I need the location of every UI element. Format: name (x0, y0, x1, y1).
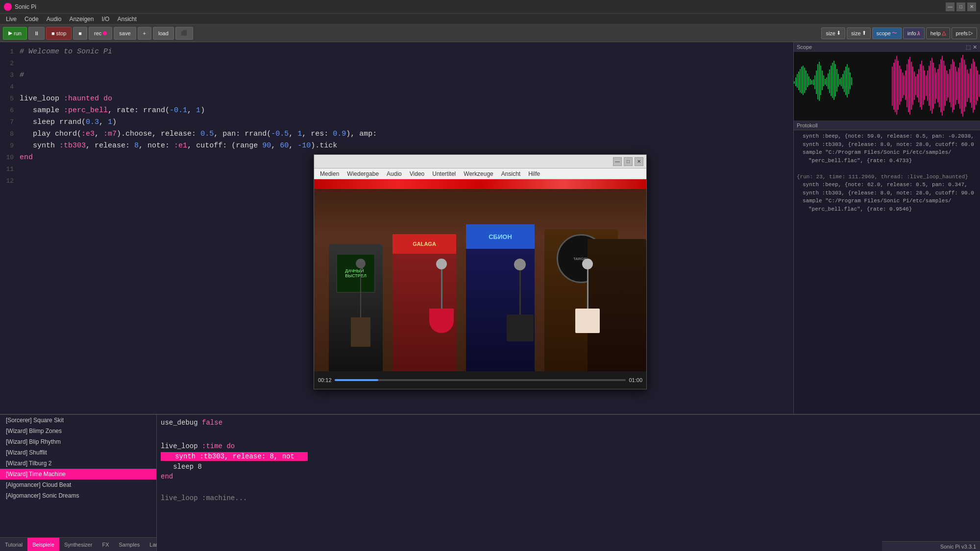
video-menu-video[interactable]: Video (406, 169, 428, 178)
svg-rect-83 (955, 67, 956, 105)
video-progress-fill (335, 379, 378, 381)
svg-rect-77 (946, 71, 947, 101)
video-progress-bar[interactable] (335, 379, 626, 381)
size-down-button[interactable]: size ⬇ (821, 27, 845, 39)
minimize-button[interactable]: — (946, 2, 955, 11)
scope-label: scope (877, 30, 891, 36)
video-total-time: 01:00 (629, 377, 642, 383)
tab-tutorial[interactable]: Tutorial (0, 538, 27, 551)
menu-code[interactable]: Code (21, 15, 43, 24)
svg-rect-28 (835, 64, 836, 96)
code-line-2: 2 (0, 58, 793, 70)
video-menu-audio[interactable]: Audio (383, 169, 406, 178)
stop-icon: ■ (51, 30, 55, 36)
video-menu-werkzeuge[interactable]: Werkzeuge (460, 169, 497, 178)
tab-fx[interactable]: FX (97, 538, 114, 551)
example-sorcerer-square-skit[interactable]: [Sorcerer] Square Skit (0, 415, 156, 426)
rec-label: rec (94, 30, 101, 36)
scope-button[interactable]: scope 〜 (872, 27, 902, 39)
svg-rect-9 (807, 73, 808, 87)
scope-close-button[interactable]: ✕ (973, 44, 977, 50)
svg-rect-1 (795, 77, 796, 86)
svg-rect-24 (829, 70, 830, 93)
code-line-7: 7 sleep rrand(0.3, 1) (0, 117, 793, 128)
video-window-controls: — □ ✕ (613, 157, 643, 166)
video-menu-ansicht[interactable]: Ansicht (497, 169, 524, 178)
svg-rect-81 (952, 59, 953, 112)
save-button[interactable]: save (114, 27, 136, 40)
code-end: end (161, 473, 976, 480)
example-algomancer-cloud-beat[interactable]: [Algomancer] Cloud Beat (0, 479, 156, 490)
menu-audio[interactable]: Audio (43, 15, 66, 24)
video-menu-medien[interactable]: Medien (316, 169, 343, 178)
svg-rect-75 (943, 61, 944, 111)
svg-rect-22 (826, 77, 827, 86)
size-up-button[interactable]: size ⬆ (847, 27, 871, 39)
log-line-2: synth :tb303, {release: 8.0, note: 28.0,… (803, 141, 977, 149)
svg-rect-85 (958, 68, 959, 104)
example-algomancer-sonic-dreams[interactable]: [Algomancer] Sonic Dreams (0, 490, 156, 501)
video-menu-wiedergabe[interactable]: Wiedergabe (343, 169, 383, 178)
svg-rect-7 (804, 68, 805, 93)
example-wizard-blimp-zones[interactable]: [Wizard] Blimp Zones (0, 426, 156, 436)
scope-canvas (794, 52, 980, 120)
video-maximize-button[interactable]: □ (624, 157, 633, 166)
bottom-area: [Sorcerer] Square Skit [Wizard] Blimp Zo… (0, 414, 980, 551)
log-line-1: synth :beep, {note: 59.0, release: 0.5, … (803, 132, 977, 141)
tab-synthesizer[interactable]: Synthesizer (59, 538, 97, 551)
svg-rect-72 (939, 64, 940, 107)
video-close-button[interactable]: ✕ (635, 157, 643, 166)
scope-panel: Scope ⬚ ✕ (794, 42, 980, 120)
tab-beispiele[interactable]: Beispiele (27, 538, 59, 551)
code-bottom-panel[interactable]: use_debug false live_loop :time do synth… (157, 415, 980, 551)
svg-rect-58 (918, 69, 919, 102)
svg-rect-6 (803, 66, 804, 95)
svg-rect-34 (844, 71, 845, 92)
prefs-button[interactable]: prefs ▷ (952, 27, 977, 39)
stop-square-button[interactable]: ■ (73, 27, 87, 40)
menu-io[interactable]: I/O (98, 15, 113, 24)
window-controls: — □ ✕ (946, 2, 976, 11)
code-line-5: 5 live_loop :haunted do (0, 93, 793, 105)
tab-samples[interactable]: Samples (114, 538, 145, 551)
svg-rect-65 (929, 66, 930, 106)
example-wizard-shufflit[interactable]: [Wizard] Shufflit (0, 447, 156, 458)
menu-live[interactable]: Live (2, 15, 21, 24)
svg-rect-35 (845, 67, 846, 95)
svg-rect-18 (820, 66, 821, 95)
svg-rect-61 (923, 66, 924, 105)
rec-button[interactable]: rec (89, 27, 112, 40)
code-use-debug: use_debug false (161, 419, 976, 427)
examples-panel: [Sorcerer] Square Skit [Wizard] Blimp Zo… (0, 415, 157, 551)
example-wizard-blip-rhythm[interactable]: [Wizard] Blip Rhythm (0, 436, 156, 447)
close-button[interactable]: ✕ (967, 2, 976, 11)
video-minimize-button[interactable]: — (613, 157, 622, 166)
scope-expand-button[interactable]: ⬚ (966, 44, 971, 50)
size-label: size (826, 30, 835, 36)
video-menu-untertitel[interactable]: Untertitel (428, 169, 460, 178)
example-wizard-time-machine[interactable]: [Wizard] Time Machine (0, 469, 156, 479)
svg-rect-71 (937, 69, 938, 102)
menu-anzeigen[interactable]: Anzeigen (65, 15, 98, 24)
code-live-loop-ellipsis: live_loop :machine... (161, 494, 976, 502)
info-button[interactable]: info λ (903, 27, 925, 39)
play-pause-button[interactable]: ⏸ (28, 27, 45, 40)
example-wizard-tilburg-2[interactable]: [Wizard] Tilburg 2 (0, 458, 156, 469)
load-arrow-button[interactable]: ⬛ (175, 27, 193, 40)
title-bar: Sonic Pi — □ ✕ (0, 0, 980, 14)
lambda-icon: λ (917, 30, 920, 36)
load-button[interactable]: load (153, 27, 174, 40)
run-button[interactable]: ▶ run (3, 27, 27, 40)
help-button[interactable]: help △ (926, 27, 950, 39)
svg-rect-21 (825, 79, 826, 85)
svg-rect-31 (839, 79, 840, 85)
maximize-button[interactable]: □ (956, 2, 965, 11)
menu-ansicht[interactable]: Ansicht (113, 15, 140, 24)
log-line-8: sample "C:/Program Files/Sonic Pi/etc/sa… (803, 197, 977, 205)
video-menu-hilfe[interactable]: Hilfe (524, 169, 544, 178)
app-logo (4, 3, 12, 11)
add-button[interactable]: + (138, 27, 151, 40)
prefs-icon: ▷ (969, 30, 973, 36)
stop-button[interactable]: ■ stop (46, 27, 72, 40)
code-synth-highlighted: synth :tb303, release: 8, not (161, 452, 976, 461)
